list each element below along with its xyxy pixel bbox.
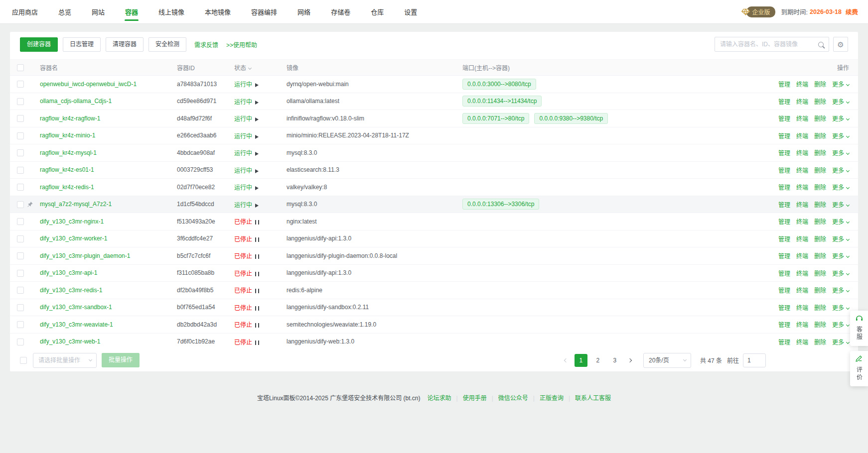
page-button-3[interactable]: 3 (608, 354, 621, 367)
more-link[interactable]: 更多 (832, 99, 849, 106)
row-checkbox[interactable] (17, 235, 24, 242)
row-checkbox[interactable] (17, 184, 24, 191)
terminal-link[interactable]: 终端 (796, 150, 808, 157)
header-status[interactable]: 状态 (234, 60, 287, 76)
container-name-link[interactable]: dify_v130_c3mr-sandbox-1 (40, 304, 112, 311)
more-link[interactable]: 更多 (832, 305, 849, 312)
renew-link[interactable]: 续费 (846, 7, 858, 16)
terminal-link[interactable]: 终端 (796, 133, 808, 140)
row-checkbox[interactable] (17, 115, 24, 122)
more-link[interactable]: 更多 (832, 184, 849, 191)
settings-button[interactable]: ⚙ (833, 37, 848, 52)
footer-link[interactable]: 联系人工客服 (575, 395, 611, 402)
more-link[interactable]: 更多 (832, 287, 849, 294)
manage-link[interactable]: 管理 (778, 167, 790, 174)
row-checkbox[interactable] (17, 149, 24, 156)
delete-link[interactable]: 删除 (814, 133, 826, 140)
manage-link[interactable]: 管理 (778, 339, 790, 346)
terminal-link[interactable]: 终端 (796, 81, 808, 88)
nav-item[interactable]: 容器编排 (251, 0, 277, 23)
terminal-link[interactable]: 终端 (796, 305, 808, 312)
delete-link[interactable]: 删除 (814, 219, 826, 226)
manage-link[interactable]: 管理 (778, 115, 790, 122)
delete-link[interactable]: 删除 (814, 287, 826, 294)
footer-link[interactable]: 正版查询 (540, 395, 564, 402)
manage-link[interactable]: 管理 (778, 236, 790, 243)
more-link[interactable]: 更多 (832, 115, 849, 122)
delete-link[interactable]: 删除 (814, 305, 826, 312)
page-button-1[interactable]: 1 (575, 354, 587, 367)
terminal-link[interactable]: 终端 (796, 202, 808, 209)
search-input[interactable] (715, 41, 813, 48)
more-link[interactable]: 更多 (832, 339, 849, 346)
container-name-link[interactable]: dify_v130_c3mr-weaviate-1 (40, 321, 113, 328)
row-checkbox[interactable] (17, 132, 24, 139)
container-name-link[interactable]: ollama_cdjs-ollama_Cdjs-1 (40, 98, 112, 105)
row-checkbox[interactable] (17, 81, 24, 88)
terminal-link[interactable]: 终端 (796, 219, 808, 226)
delete-link[interactable]: 删除 (814, 99, 826, 106)
nav-item[interactable]: 总览 (58, 0, 71, 23)
more-link[interactable]: 更多 (832, 270, 849, 277)
select-all-checkbox[interactable] (17, 64, 24, 71)
terminal-link[interactable]: 终端 (796, 167, 808, 174)
terminal-link[interactable]: 终端 (796, 115, 808, 122)
manage-link[interactable]: 管理 (778, 322, 790, 329)
delete-link[interactable]: 删除 (814, 81, 826, 88)
more-link[interactable]: 更多 (832, 253, 849, 260)
container-name-link[interactable]: ragflow_kr4z-es01-1 (40, 166, 94, 173)
delete-link[interactable]: 删除 (814, 236, 826, 243)
nav-item[interactable]: 设置 (404, 0, 417, 23)
terminal-link[interactable]: 终端 (796, 184, 808, 191)
customer-service-widget[interactable]: 客服 (850, 311, 868, 346)
container-name-link[interactable]: dify_v130_c3mr-api-1 (40, 269, 97, 276)
nav-item[interactable]: 仓库 (371, 0, 384, 23)
next-page-button[interactable] (623, 354, 636, 367)
nav-item[interactable]: 网络 (297, 0, 310, 23)
delete-link[interactable]: 删除 (814, 253, 826, 260)
footer-link[interactable]: 论坛求助 (428, 395, 451, 402)
row-checkbox[interactable] (17, 167, 24, 174)
container-name-link[interactable]: openwebui_iwcd-openwebui_iwcD-1 (40, 81, 137, 88)
container-name-link[interactable]: dify_v130_c3mr-plugin_daemon-1 (40, 252, 130, 259)
page-button-2[interactable]: 2 (591, 354, 604, 367)
row-checkbox[interactable] (17, 270, 24, 277)
manage-link[interactable]: 管理 (778, 270, 790, 277)
nav-item[interactable]: 应用商店 (12, 0, 38, 23)
footer-link[interactable]: 使用手册 (463, 395, 487, 402)
terminal-link[interactable]: 终端 (796, 236, 808, 243)
delete-link[interactable]: 删除 (814, 202, 826, 209)
feedback-link[interactable]: 需求反馈 (194, 40, 218, 49)
container-name-link[interactable]: ragflow_kr4z-minio-1 (40, 132, 95, 139)
terminal-link[interactable]: 终端 (796, 322, 808, 329)
delete-link[interactable]: 删除 (814, 115, 826, 122)
nav-item[interactable]: 网站 (92, 0, 105, 23)
manage-link[interactable]: 管理 (778, 81, 790, 88)
clean-container-button[interactable]: 清理容器 (106, 37, 144, 52)
goto-page-input[interactable] (743, 353, 766, 367)
row-checkbox[interactable] (17, 218, 24, 225)
batch-apply-button[interactable]: 批量操作 (102, 353, 140, 367)
more-link[interactable]: 更多 (832, 150, 849, 157)
help-link[interactable]: >>使用帮助 (226, 40, 257, 49)
create-container-button[interactable]: 创建容器 (20, 37, 58, 52)
container-name-link[interactable]: mysql_a7z2-mysql_A7z2-1 (40, 201, 112, 208)
nav-item[interactable]: 存储卷 (331, 0, 350, 23)
manage-link[interactable]: 管理 (778, 150, 790, 157)
container-name-link[interactable]: ragflow_kr4z-ragflow-1 (40, 115, 100, 122)
row-checkbox[interactable] (17, 287, 24, 294)
manage-link[interactable]: 管理 (778, 287, 790, 294)
row-checkbox[interactable] (17, 339, 24, 345)
nav-item[interactable]: 容器 (125, 0, 138, 23)
terminal-link[interactable]: 终端 (796, 253, 808, 260)
manage-link[interactable]: 管理 (778, 184, 790, 191)
security-check-button[interactable]: 安全检测 (148, 37, 186, 52)
manage-link[interactable]: 管理 (778, 219, 790, 226)
manage-link[interactable]: 管理 (778, 133, 790, 140)
container-name-link[interactable]: dify_v130_c3mr-worker-1 (40, 235, 107, 242)
manage-link[interactable]: 管理 (778, 202, 790, 209)
more-link[interactable]: 更多 (832, 219, 849, 226)
feedback-widget[interactable]: 评价 (850, 351, 868, 386)
page-size-select[interactable]: 20条/页 (643, 353, 691, 368)
more-link[interactable]: 更多 (832, 81, 849, 88)
